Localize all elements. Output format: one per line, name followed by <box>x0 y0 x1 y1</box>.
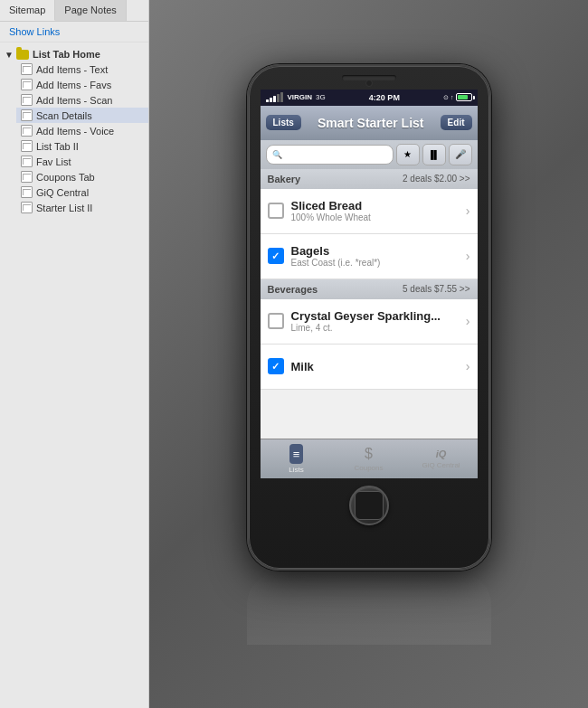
tree-item-add-items-favs[interactable]: Add Items - Favs <box>16 77 148 92</box>
battery-icon <box>456 93 472 101</box>
page-icon <box>21 156 33 167</box>
carrier-label: VIRGIN <box>288 93 313 101</box>
phone-screen: VIRGIN 3G 4:20 PM ⊙ ↑ Lists Smar <box>261 90 478 478</box>
item-name-bagels: Bagels <box>291 244 459 258</box>
tab-sitemap[interactable]: Sitemap <box>0 0 55 21</box>
tree-item-label: Starter List II <box>36 203 92 213</box>
lists-tab-icon: ≡ <box>293 448 300 461</box>
page-icon <box>21 202 33 213</box>
section-bakery-deals: 2 deals $2.00 >> <box>403 174 470 184</box>
collapse-icon: ▼ <box>5 50 14 60</box>
network-label: 3G <box>316 93 326 101</box>
home-button[interactable] <box>349 486 389 525</box>
nav-bar: Lists Smart Starter List Edit <box>261 106 478 140</box>
tree-item-scan-details[interactable]: Scan Details <box>16 108 148 123</box>
item-info-bagels: Bagels East Coast (i.e. *real*) <box>291 244 459 268</box>
time-label: 4:20 PM <box>369 93 400 102</box>
star-icon: ★ <box>403 149 412 159</box>
barcode-button[interactable]: ▐▌ <box>422 144 446 165</box>
page-icon <box>21 186 33 198</box>
tree-item-label: Coupons Tab <box>36 172 95 183</box>
tree-item-starter-list-ii[interactable]: Starter List II <box>16 200 148 215</box>
search-input[interactable]: 🔍 <box>266 145 394 165</box>
item-detail-crystal-geyser: Lime, 4 ct. <box>291 323 459 333</box>
checkbox-sliced-bread[interactable] <box>268 203 284 219</box>
tab-lists-label: Lists <box>289 466 303 474</box>
signal-bar-2 <box>270 98 272 102</box>
mic-icon: 🎤 <box>455 149 466 159</box>
phone-reflection <box>247 572 491 645</box>
item-name-crystal-geyser: Crystal Geyser Sparkling... <box>291 309 459 323</box>
section-bakery: Bakery 2 deals $2.00 >> <box>261 169 478 189</box>
page-icon <box>21 94 33 106</box>
tab-page-notes[interactable]: Page Notes <box>55 0 126 21</box>
sidebar-tabs: Sitemap Page Notes <box>0 0 148 22</box>
item-name-milk: Milk <box>291 360 459 373</box>
page-icon <box>21 79 33 90</box>
item-detail-bagels: East Coast (i.e. *real*) <box>291 258 459 268</box>
tree-item-label: Add Items - Voice <box>36 126 114 137</box>
tree-container: ▼ List Tab Home Add Items - Text Add Ite… <box>0 42 148 708</box>
signal-bar-5 <box>280 92 283 102</box>
tree-item-fav-list[interactable]: Fav List <box>16 154 148 169</box>
tree-root[interactable]: ▼ List Tab Home <box>0 47 148 61</box>
tab-coupons[interactable]: $ Coupons <box>333 439 405 478</box>
list-item-bagels[interactable]: Bagels East Coast (i.e. *real*) › <box>261 234 478 279</box>
item-info-sliced-bread: Sliced Bread 100% Whole Wheat <box>291 199 459 222</box>
checkbox-crystal-geyser[interactable] <box>268 313 284 329</box>
tab-giq-central[interactable]: iQ GiQ Central <box>405 439 478 478</box>
favorites-button[interactable]: ★ <box>396 144 420 165</box>
page-icon <box>21 125 33 137</box>
item-detail-sliced-bread: 100% Whole Wheat <box>291 212 459 222</box>
tab-lists[interactable]: ≡ Lists <box>261 439 333 478</box>
section-beverages-deals: 5 deals $7.55 >> <box>403 284 470 294</box>
search-bar: 🔍 ★ ▐▌ 🎤 <box>261 140 478 169</box>
list-item-crystal-geyser[interactable]: Crystal Geyser Sparkling... Lime, 4 ct. … <box>261 299 478 345</box>
coupons-tab-icon: $ <box>365 446 373 462</box>
tree-children: Add Items - Text Add Items - Favs Add It… <box>0 61 148 215</box>
empty-space <box>261 390 478 439</box>
home-button-inner <box>355 491 384 520</box>
search-icon: 🔍 <box>272 150 282 159</box>
checkbox-milk[interactable] <box>268 358 284 374</box>
tree-item-label: Fav List <box>36 156 71 167</box>
show-links-action[interactable]: Show Links <box>0 22 148 42</box>
main-area: VIRGIN 3G 4:20 PM ⊙ ↑ Lists Smar <box>149 0 588 708</box>
folder-icon <box>16 50 29 60</box>
giq-tab-icon: iQ <box>436 448 447 459</box>
tree-item-add-items-voice[interactable]: Add Items - Voice <box>16 123 148 138</box>
tree-item-list-tab-ii[interactable]: List Tab II <box>16 138 148 154</box>
tree-item-label: GiQ Central <box>36 187 89 198</box>
tree-item-label: Add Items - Favs <box>36 80 111 90</box>
checkbox-bagels[interactable] <box>268 248 284 264</box>
voice-button[interactable]: 🎤 <box>449 144 472 165</box>
section-beverages-title: Beverages <box>268 284 318 295</box>
edit-button[interactable]: Edit <box>441 115 472 130</box>
tree-item-giq-central[interactable]: GiQ Central <box>16 184 148 200</box>
tree-item-label: Add Items - Text <box>36 64 108 75</box>
tree-root-label: List Tab Home <box>33 49 100 60</box>
item-arrow-bagels: › <box>466 249 470 263</box>
item-arrow-sliced-bread: › <box>466 203 470 218</box>
signal-bars <box>266 92 283 102</box>
sidebar: Sitemap Page Notes Show Links ▼ List Tab… <box>0 0 149 708</box>
tree-item-label: Add Items - Scan <box>36 95 112 106</box>
item-info-crystal-geyser: Crystal Geyser Sparkling... Lime, 4 ct. <box>291 309 459 333</box>
tree-item-coupons-tab[interactable]: Coupons Tab <box>16 169 148 184</box>
phone: VIRGIN 3G 4:20 PM ⊙ ↑ Lists Smar <box>247 64 491 571</box>
list-item-sliced-bread[interactable]: Sliced Bread 100% Whole Wheat › <box>261 189 478 234</box>
tab-coupons-label: Coupons <box>354 464 383 472</box>
status-icons: ⊙ ↑ <box>443 93 472 101</box>
tree-item-label: Scan Details <box>36 110 92 121</box>
item-arrow-milk: › <box>466 359 470 373</box>
tab-bar: ≡ Lists $ Coupons iQ GiQ Central <box>261 439 478 478</box>
list-item-milk[interactable]: Milk › <box>261 345 478 390</box>
tab-giq-label: GiQ Central <box>422 461 460 469</box>
phone-camera <box>365 80 373 87</box>
arrow-icon: ↑ <box>450 94 454 100</box>
lists-button[interactable]: Lists <box>266 115 301 130</box>
tab-lists-icon-bg: ≡ <box>289 444 304 464</box>
tree-item-add-items-scan[interactable]: Add Items - Scan <box>16 92 148 108</box>
battery-fill <box>458 95 468 99</box>
tree-item-add-items-text[interactable]: Add Items - Text <box>16 61 148 77</box>
